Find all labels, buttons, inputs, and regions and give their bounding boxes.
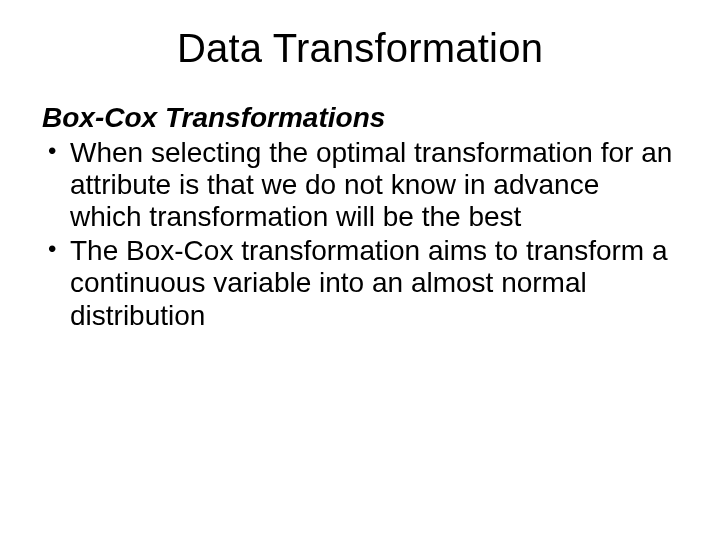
bullet-item: When selecting the optimal transformatio… xyxy=(70,137,678,234)
bullet-item: The Box-Cox transformation aims to trans… xyxy=(70,235,678,332)
bullet-list: When selecting the optimal transformatio… xyxy=(42,137,678,332)
slide-subheading: Box-Cox Transformations xyxy=(42,101,678,135)
slide: Data Transformation Box-Cox Transformati… xyxy=(0,0,720,540)
slide-title: Data Transformation xyxy=(42,26,678,71)
